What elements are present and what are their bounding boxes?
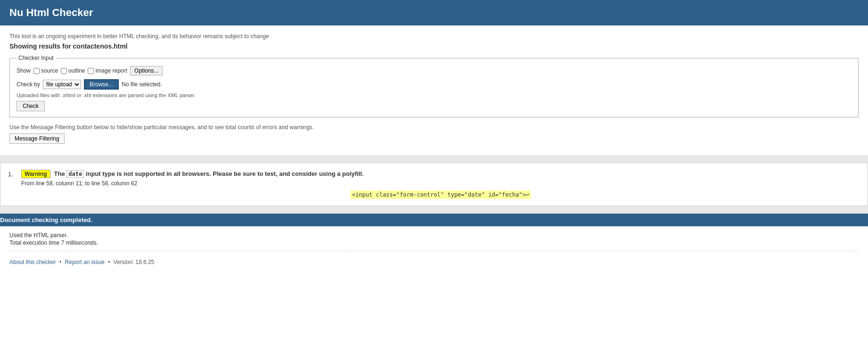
no-file-text: No file selected. [122, 81, 162, 88]
version-text: Version: 18.6.25 [114, 259, 155, 265]
image-report-checkbox[interactable] [88, 68, 94, 74]
execution-time: Total execution time 7 milliseconds. [9, 240, 859, 246]
result-message-line: Warning The date input type is not suppo… [21, 170, 860, 178]
message-after: input type is not supported in all brows… [86, 170, 364, 177]
doc-info: Used the HTML parser. Total execution ti… [9, 229, 859, 251]
upload-note: Uploaded files with .xhtml or .xht exten… [17, 92, 851, 98]
check-button[interactable]: Check [17, 101, 45, 111]
result-number: 1. [8, 170, 16, 199]
checker-input-fieldset: Checker Input Show source outline image … [9, 55, 859, 117]
about-link[interactable]: About this checker [9, 259, 56, 265]
message-filtering-button[interactable]: Message Filtering [9, 133, 65, 144]
browse-button[interactable]: Browse... [84, 79, 119, 90]
show-row: Show source outline image report Options… [17, 66, 851, 75]
separator1: • [59, 259, 61, 265]
result-code-block: <input class="form-control" type="date" … [21, 190, 860, 199]
source-label: source [41, 67, 58, 74]
doc-complete-bar: Document checking completed. [0, 214, 868, 226]
result-code: <input class="form-control" type="date" … [350, 190, 531, 199]
filter-area: Use the Message Filtering button below t… [9, 124, 859, 144]
doc-info-area: Used the HTML parser. Total execution ti… [0, 226, 868, 251]
results-heading: Showing results for contactenos.html [9, 42, 859, 50]
main-content: This tool is an ongoing experiment in be… [0, 25, 868, 155]
show-label: Show [17, 67, 31, 74]
experiment-notice: This tool is an ongoing experiment in be… [9, 33, 859, 40]
separator2: • [108, 259, 110, 265]
result-text: The date input type is not supported in … [54, 170, 364, 177]
upload-select[interactable]: file upload [43, 80, 81, 89]
result-item: 1. Warning The date input type is not su… [0, 163, 868, 206]
result-location: From line 58, column 11; to line 58, col… [21, 180, 860, 187]
code-inline: date [66, 170, 84, 178]
result-content: Warning The date input type is not suppo… [21, 170, 860, 199]
image-report-checkbox-label[interactable]: image report [88, 67, 127, 74]
source-checkbox-label[interactable]: source [33, 67, 58, 74]
app-title: Nu Html Checker [9, 7, 859, 19]
source-checkbox[interactable] [33, 68, 40, 74]
checker-input-legend: Checker Input [17, 55, 56, 61]
parser-info: Used the HTML parser. [9, 232, 859, 239]
outline-checkbox[interactable] [61, 68, 67, 74]
report-link[interactable]: Report an issue [65, 259, 105, 265]
image-report-label: image report [95, 67, 127, 74]
check-by-label: Check by [17, 81, 40, 88]
message-before: The [54, 170, 65, 177]
warning-badge: Warning [21, 170, 50, 178]
check-by-row: Check by file upload Browse... No file s… [17, 79, 851, 90]
outline-checkbox-label[interactable]: outline [61, 67, 85, 74]
filter-note: Use the Message Filtering button below t… [9, 124, 859, 131]
options-button[interactable]: Options... [130, 66, 163, 75]
outline-label: outline [68, 67, 85, 74]
header: Nu Html Checker [0, 0, 868, 25]
results-area: 1. Warning The date input type is not su… [0, 155, 868, 214]
footer: About this checker • Report an issue • V… [0, 251, 868, 270]
